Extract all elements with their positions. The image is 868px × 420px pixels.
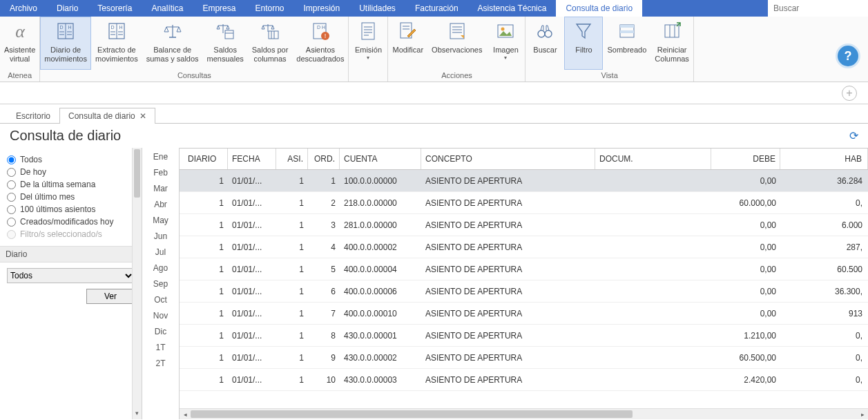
diario-combo[interactable]: Todos [7,268,135,283]
col-header-debe[interactable]: DEBE [711,149,780,169]
menu-facturaci-n[interactable]: Facturación [405,0,468,17]
col-header-diario[interactable]: DIARIO [180,149,228,169]
filter-radio-cien-ultimos[interactable]: 100 últimos asientos [7,203,135,216]
table-row[interactable]: 101/01/...18430.0.0.00001ASIENTO DE APER… [180,325,868,347]
ribbon-buscar[interactable]: Buscar [525,17,564,70]
table-row[interactable]: 101/01/...14400.0.0.00002ASIENTO DE APER… [180,236,868,258]
ribbon-modificar[interactable]: Modificar [388,17,427,70]
ribbon-imagen[interactable]: Imagen▾ [486,17,525,70]
month-jul[interactable]: Jul [155,247,166,257]
col-header-fecha[interactable]: FECHA [228,149,276,169]
ribbon-reiniciar-columnas[interactable]: ReiniciarColumnas [650,17,693,70]
col-header-asi[interactable]: ASI. [276,149,308,169]
month-oct[interactable]: Oct [154,295,167,305]
ver-button[interactable]: Ver [86,289,135,304]
ribbon-filtro[interactable]: Filtro [564,17,603,70]
global-search[interactable] [768,0,868,17]
filters-panel: TodosDe hoyDe la última semanaDel último… [0,148,142,419]
menu-tesorer-a[interactable]: Tesorería [88,0,142,17]
columns-icon [659,19,685,43]
month-mar[interactable]: Mar [153,184,168,193]
ribbon-balance-sumas-saldos[interactable]: Balance desumas y saldos [142,17,203,70]
menu-empresa[interactable]: Empresa [193,0,245,17]
funnel-icon [570,19,597,43]
svg-rect-22 [225,30,233,39]
month-may[interactable]: May [153,216,168,225]
image-icon [492,19,519,43]
note-icon [444,19,470,43]
month-ene[interactable]: Ene [153,152,168,162]
filter-radio-de-hoy[interactable]: De hoy [7,166,135,178]
svg-rect-51 [620,25,634,28]
table-row[interactable]: 101/01/...13281.0.0.00000ASIENTO DE APER… [180,214,868,236]
scales-cal-icon [212,19,238,43]
month-nov[interactable]: Nov [153,311,168,321]
menu-impresi-n[interactable]: Impresión [293,0,349,17]
table-row[interactable]: 101/01/...12218.0.0.00000ASIENTO DE APER… [180,192,868,214]
refresh-icon[interactable]: ⟳ [849,129,858,142]
main-menu: ArchivoDiarioTesoreríaAnalíticaEmpresaEn… [0,0,868,17]
menu-anal-tica[interactable]: Analítica [142,0,193,17]
grid: DIARIOFECHAASI.ORD.CUENTACONCEPTODOCUM.D… [180,148,868,419]
add-button[interactable]: + [842,86,857,101]
filter-radios: TodosDe hoyDe la última semanaDel último… [0,148,142,240]
col-header-hab[interactable]: HAB [780,149,868,169]
filter-radio-creados-hoy[interactable]: Creados/modificados hoy [7,216,135,228]
menu-diario[interactable]: Diario [47,0,88,17]
month-2t[interactable]: 2T [155,359,165,368]
tab-consulta-diario[interactable]: Consulta de diario✕ [59,108,155,124]
month-dic[interactable]: Dic [155,327,166,336]
svg-text:D: D [110,25,114,30]
filter-radio-ultimo-mes[interactable]: Del último mes [7,191,135,203]
filter-radio-todos[interactable]: Todos [7,153,135,166]
col-header-concepto[interactable]: CONCEPTO [421,149,595,169]
menu-asistencia-t-cnica[interactable]: Asistencia Técnica [468,0,557,17]
ribbon-observaciones[interactable]: Observaciones [427,17,486,70]
ribbon-emision[interactable]: Emisión▾ [349,17,387,78]
ribbon-saldos-mensuales[interactable]: Saldosmensuales [203,17,248,70]
ribbon-extracto-movimientos[interactable]: DHExtracto demovimientos [91,17,142,70]
ribbon-saldos-por-columnas[interactable]: Saldos porcolumnas [248,17,293,70]
col-header-ord[interactable]: ORD. [308,149,340,169]
col-header-docum[interactable]: DOCUM. [595,149,711,169]
menu-utilidades[interactable]: Utilidades [349,0,405,17]
add-row: + [0,82,868,104]
table-row[interactable]: 101/01/...110430.0.0.00003ASIENTO DE APE… [180,369,868,391]
close-icon[interactable]: ✕ [139,111,146,121]
table-row[interactable]: 101/01/...11100.0.0.00000ASIENTO DE APER… [180,170,868,192]
scales-icon [160,19,186,43]
svg-text:D: D [317,25,320,30]
svg-point-48 [538,30,545,37]
tab-escritorio[interactable]: Escritorio [7,108,59,124]
ribbon-asistente-virtual[interactable]: αAsistentevirtual [0,17,39,70]
table-row[interactable]: 101/01/...19430.0.0.00002ASIENTO DE APER… [180,347,868,369]
month-jun[interactable]: Jun [154,231,167,241]
menu-consulta-de-diario[interactable]: Consulta de diario [556,0,642,17]
ribbon-diario-movimientos[interactable]: DHDiario demovimientos [40,17,91,70]
col-header-cuenta[interactable]: CUENTA [340,149,421,169]
ribbon: αAsistentevirtualAteneaDHDiario demovimi… [0,17,868,82]
ribbon-asientos-descuadrados[interactable]: DH!Asientosdescuadrados [292,17,348,70]
month-abr[interactable]: Abr [154,200,167,209]
filter-radio-ultima-semana[interactable]: De la última semana [7,178,135,191]
month-list: EneFebMarAbrMayJunJulAgoSepOctNovDic1T2T [142,148,180,419]
global-search-input[interactable] [772,3,864,14]
table-row[interactable]: 101/01/...16400.0.0.00006ASIENTO DE APER… [180,280,868,303]
svg-rect-26 [269,31,278,39]
menu-archivo[interactable]: Archivo [0,0,47,17]
help-icon[interactable]: ? [838,46,858,66]
svg-text:H: H [119,25,122,30]
table-row[interactable]: 101/01/...15400.0.0.00004ASIENTO DE APER… [180,258,868,280]
menu-entorno[interactable]: Entorno [245,0,293,17]
month-sep[interactable]: Sep [153,279,168,289]
month-ago[interactable]: Ago [153,263,168,273]
ribbon-sombreado[interactable]: Sombreado [603,17,650,70]
filters-scrollbar[interactable]: ▾ [132,148,142,419]
month-feb[interactable]: Feb [153,168,168,178]
binoc-icon [532,19,558,43]
table-row[interactable]: 101/01/...17400.0.0.00010ASIENTO DE APER… [180,303,868,325]
shade-icon [614,19,640,43]
grid-hscrollbar[interactable]: ◂ ▸ [180,408,868,419]
doc-icon [355,19,381,43]
month-1t[interactable]: 1T [155,343,165,352]
